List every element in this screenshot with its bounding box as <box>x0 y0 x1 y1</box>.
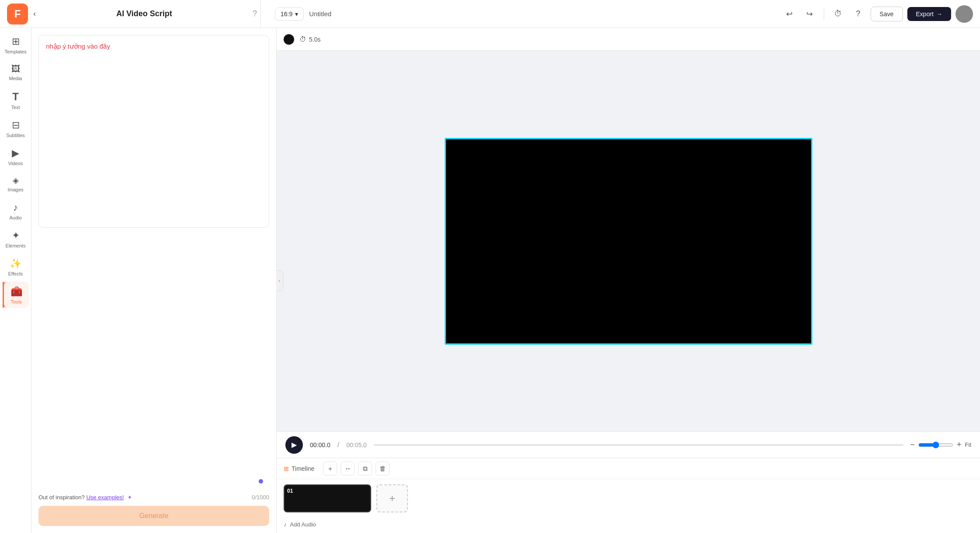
videos-icon: ▶ <box>12 148 19 159</box>
sidebar-item-templates[interactable]: ⊞ Templates <box>3 32 29 58</box>
sidebar-label-templates: Templates <box>4 49 26 54</box>
canvas-toolbar: ⏱ 5.0s <box>277 28 980 51</box>
ratio-selector[interactable]: 16:9 ▾ <box>275 7 304 21</box>
timeline-text: Timeline <box>292 465 314 472</box>
panel: nhập ý tưởng vào đây Out of inspiration?… <box>32 28 277 533</box>
inspiration-text: Out of inspiration? Use examples! ✦ <box>39 494 132 501</box>
sidebar-label-tools: Tools <box>11 299 22 304</box>
sidebar-label-effects: Effects <box>8 271 23 276</box>
sidebar-item-effects[interactable]: ✨ Effects <box>3 254 29 280</box>
background-color-dot[interactable] <box>284 34 294 45</box>
sidebar-item-images[interactable]: ◈ Images <box>3 171 29 196</box>
timeline-label: ⊞ Timeline <box>284 465 314 472</box>
timer-button[interactable]: ⏱ <box>830 6 846 22</box>
cursor-dot <box>259 479 263 484</box>
project-title[interactable]: Untitled <box>309 10 331 18</box>
canvas-area: ⏱ 5.0s ▶ 00:00.0 / 00:05.0 − <box>277 28 980 458</box>
timeline-grid-icon: ⊞ <box>284 465 289 472</box>
playback-bar: ▶ 00:00.0 / 00:05.0 − + Fit <box>277 431 980 458</box>
sidebar-label-elements: Elements <box>6 243 26 248</box>
video-canvas[interactable] <box>445 138 812 345</box>
fit-button[interactable]: Fit <box>965 441 971 448</box>
use-examples-link[interactable]: Use examples! <box>86 494 124 501</box>
export-label: Export <box>916 11 934 18</box>
progress-bar[interactable] <box>374 444 903 446</box>
current-time: 00:00.0 <box>310 441 330 448</box>
sidebar-label-videos: Videos <box>8 161 23 166</box>
elements-icon: ✦ <box>12 230 20 241</box>
sidebar-label-subtitles: Subtitles <box>6 133 25 138</box>
script-input-container: nhập ý tưởng vào đây <box>39 35 269 489</box>
clip-number: 01 <box>287 488 293 494</box>
sidebar-item-audio[interactable]: ♪ Audio <box>3 198 29 224</box>
top-center: 16:9 ▾ Untitled <box>266 7 776 21</box>
tools-icon: 🧰 <box>11 286 22 297</box>
sidebar-item-subtitles[interactable]: ⊟ Subtitles <box>3 115 29 141</box>
sidebar-item-tools[interactable]: 🧰 Tools <box>3 282 29 308</box>
avatar[interactable] <box>955 5 973 23</box>
clock-icon: ⏱ <box>299 35 306 43</box>
audio-note-icon: ♪ <box>284 521 287 528</box>
inspiration-row: Out of inspiration? Use examples! ✦ 0/10… <box>39 494 269 501</box>
top-bar: F ‹ AI Video Script ? 16:9 ▾ Untitled ↩ … <box>0 0 980 28</box>
char-count: 0/1000 <box>252 494 269 501</box>
sidebar-item-text[interactable]: T Text <box>3 86 29 113</box>
timeline-add-button[interactable]: + <box>323 462 337 476</box>
canvas-preview <box>277 51 980 431</box>
top-right-actions: ↩ ↪ ⏱ ? Save Export → <box>782 5 973 23</box>
total-time: 00:05.0 <box>346 441 367 448</box>
images-icon: ◈ <box>13 176 19 185</box>
zoom-out-button[interactable]: − <box>910 440 915 449</box>
undo-button[interactable]: ↩ <box>782 6 797 22</box>
help-button[interactable]: ? <box>850 6 866 22</box>
panel-content: nhập ý tưởng vào đây Out of inspiration?… <box>32 28 276 533</box>
timeline-section: ⊞ Timeline + ↔ ⧉ 🗑 01 + ♪ Add Audio <box>277 458 980 533</box>
subtitles-icon: ⊟ <box>12 120 20 131</box>
redo-button[interactable]: ↪ <box>802 6 818 22</box>
zoom-in-button[interactable]: + <box>957 440 962 449</box>
clip-01[interactable]: 01 <box>284 484 371 512</box>
timeline-copy-button[interactable]: ⧉ <box>358 462 372 476</box>
sidebar-label-media: Media <box>9 76 22 81</box>
main-layout: ⊞ Templates 🖼 Media T Text ⊟ Subtitles ▶… <box>0 28 980 533</box>
right-panel: ⏱ 5.0s ▶ 00:00.0 / 00:05.0 − <box>277 28 980 533</box>
script-textarea[interactable]: nhập ý tưởng vào đây <box>39 35 269 228</box>
panel-title: AI Video Script <box>41 9 247 18</box>
play-button[interactable]: ▶ <box>285 436 303 454</box>
timeline-swap-button[interactable]: ↔ <box>341 462 355 476</box>
sidebar-item-videos[interactable]: ▶ Videos <box>3 143 29 169</box>
templates-icon: ⊞ <box>12 36 20 47</box>
sidebar-label-images: Images <box>7 187 23 192</box>
timeline-delete-button[interactable]: 🗑 <box>376 462 390 476</box>
audio-icon: ♪ <box>13 202 18 213</box>
zoom-controls: − + Fit <box>910 440 971 449</box>
time-separator: / <box>337 441 339 449</box>
sidebar-label-audio: Audio <box>9 215 21 220</box>
export-button[interactable]: Export → <box>907 7 951 21</box>
help-icon[interactable]: ? <box>253 9 257 18</box>
timeline-header: ⊞ Timeline + ↔ ⧉ 🗑 <box>277 458 980 479</box>
back-button[interactable]: ‹ <box>33 9 36 18</box>
zoom-slider[interactable] <box>918 441 953 448</box>
save-button[interactable]: Save <box>871 7 903 21</box>
timer-value: 5.0s <box>309 36 320 43</box>
sidebar-item-media[interactable]: 🖼 Media <box>3 60 29 85</box>
media-icon: 🖼 <box>11 64 20 74</box>
play-icon: ▶ <box>292 441 297 449</box>
add-audio-label: Add Audio <box>290 521 316 528</box>
time-indicator: ⏱ 5.0s <box>299 35 320 43</box>
text-icon: T <box>12 91 19 103</box>
add-clip-button[interactable]: + <box>376 484 408 512</box>
timeline-actions: + ↔ ⧉ 🗑 <box>323 462 390 476</box>
effects-icon: ✨ <box>10 258 21 269</box>
divider <box>824 8 824 20</box>
add-audio-row[interactable]: ♪ Add Audio <box>277 518 980 533</box>
ratio-chevron-icon: ▾ <box>295 11 298 18</box>
sidebar: ⊞ Templates 🖼 Media T Text ⊟ Subtitles ▶… <box>0 28 32 533</box>
app-logo[interactable]: F <box>7 4 28 25</box>
collapse-handle[interactable]: ‹ <box>276 270 283 291</box>
generate-button[interactable]: Generate <box>39 506 269 526</box>
sidebar-item-elements[interactable]: ✦ Elements <box>3 226 29 252</box>
ratio-value: 16:9 <box>281 11 292 18</box>
magic-sparkle-icon: ✦ <box>127 494 132 501</box>
